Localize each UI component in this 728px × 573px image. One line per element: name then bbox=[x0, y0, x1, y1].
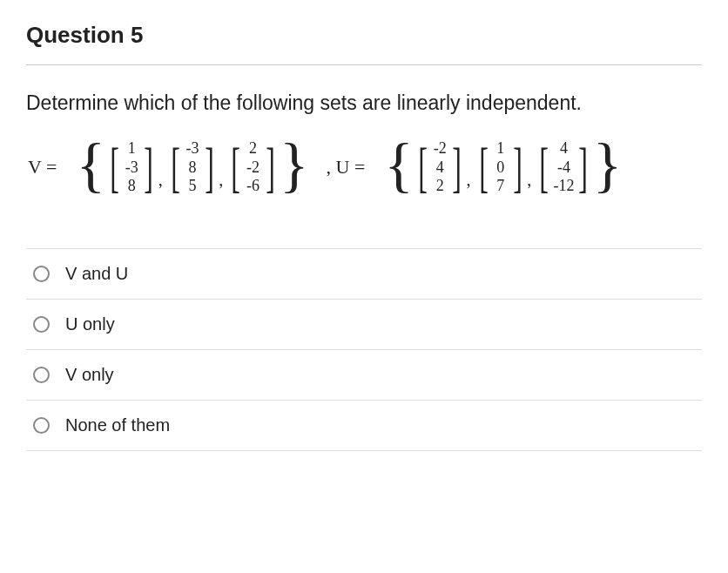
right-bracket-icon: ] bbox=[145, 148, 154, 187]
set-v-label: V = bbox=[28, 156, 57, 179]
separator: , bbox=[467, 170, 471, 190]
set-v: { [ 1 -3 8 ] , [ -3 8 5 ] , bbox=[64, 139, 320, 196]
left-brace-icon: { bbox=[384, 147, 414, 184]
matrix-cell: 1 bbox=[124, 139, 139, 158]
set-u-vectors: [ -2 4 2 ] , [ 1 0 7 ] , [ bbox=[414, 139, 593, 196]
option-label: V only bbox=[65, 365, 114, 385]
vector-column: 4 -4 -12 bbox=[553, 139, 574, 196]
right-bracket-icon: ] bbox=[205, 148, 214, 187]
question-prompt: Determine which of the following sets ar… bbox=[26, 91, 702, 115]
matrix-cell: 4 bbox=[432, 158, 448, 178]
radio-icon bbox=[33, 417, 50, 434]
set-u: { [ -2 4 2 ] , [ 1 0 7 ] , bbox=[372, 139, 634, 196]
left-bracket-icon: [ bbox=[171, 148, 180, 187]
option-label: None of them bbox=[65, 415, 170, 435]
matrix-cell: -3 bbox=[124, 158, 139, 178]
radio-icon bbox=[33, 316, 50, 333]
separator: , bbox=[158, 170, 163, 190]
left-brace-icon: { bbox=[76, 147, 105, 184]
separator: , bbox=[219, 170, 223, 190]
right-bracket-icon: ] bbox=[579, 148, 589, 187]
vector-column: -3 8 5 bbox=[185, 139, 200, 196]
matrix-cell: 0 bbox=[493, 158, 509, 178]
matrix-cell: -3 bbox=[185, 139, 200, 158]
left-bracket-icon: [ bbox=[232, 148, 241, 187]
matrix-cell: 8 bbox=[124, 177, 139, 196]
vector: [ 1 -3 8 ] bbox=[105, 139, 158, 196]
option-label: V and U bbox=[65, 264, 128, 284]
matrix-cell: 8 bbox=[185, 158, 200, 178]
vector: [ 1 0 7 ] bbox=[475, 139, 528, 196]
set-v-vectors: [ 1 -3 8 ] , [ -3 8 5 ] , [ bbox=[105, 139, 280, 196]
option-none[interactable]: None of them bbox=[26, 401, 702, 451]
question-title: Question 5 bbox=[26, 22, 702, 65]
option-u-only[interactable]: U only bbox=[26, 300, 702, 350]
matrix-cell: 2 bbox=[432, 177, 448, 196]
vector-column: -2 4 2 bbox=[432, 139, 448, 196]
vector-column: 1 -3 8 bbox=[124, 139, 139, 196]
vector: [ 4 -4 -12 ] bbox=[535, 139, 593, 196]
option-v-only[interactable]: V only bbox=[26, 350, 702, 401]
matrix-cell: -12 bbox=[553, 177, 574, 196]
matrix-cell: 1 bbox=[493, 139, 509, 158]
matrix-cell: -4 bbox=[556, 158, 571, 178]
right-bracket-icon: ] bbox=[266, 148, 275, 187]
matrix-cell: 4 bbox=[556, 139, 571, 158]
radio-icon bbox=[33, 367, 50, 383]
right-brace-icon: } bbox=[280, 147, 309, 184]
radio-icon bbox=[33, 266, 50, 282]
math-expression: V = { [ 1 -3 8 ] , [ -3 8 5 ] bbox=[28, 139, 702, 196]
vector: [ -3 8 5 ] bbox=[166, 139, 219, 196]
separator: , bbox=[527, 170, 531, 190]
left-bracket-icon: [ bbox=[539, 148, 549, 187]
vector: [ -2 4 2 ] bbox=[414, 139, 467, 196]
right-bracket-icon: ] bbox=[513, 148, 522, 187]
left-bracket-icon: [ bbox=[418, 148, 428, 187]
matrix-cell: -6 bbox=[246, 177, 261, 196]
matrix-cell: 2 bbox=[246, 139, 261, 158]
matrix-cell: -2 bbox=[246, 158, 261, 178]
matrix-cell: 7 bbox=[493, 177, 509, 196]
option-label: U only bbox=[65, 314, 115, 334]
vector-column: 1 0 7 bbox=[493, 139, 509, 196]
right-brace-icon: } bbox=[593, 147, 623, 184]
answer-options: V and U U only V only None of them bbox=[26, 248, 702, 451]
right-bracket-icon: ] bbox=[453, 148, 462, 187]
set-u-label: , U = bbox=[327, 156, 366, 179]
option-v-and-u[interactable]: V and U bbox=[26, 248, 702, 300]
matrix-cell: -2 bbox=[432, 139, 448, 158]
matrix-cell: 5 bbox=[185, 177, 200, 196]
vector: [ 2 -2 -6 ] bbox=[226, 139, 280, 196]
left-bracket-icon: [ bbox=[110, 148, 119, 187]
vector-column: 2 -2 -6 bbox=[246, 139, 261, 196]
left-bracket-icon: [ bbox=[479, 148, 489, 187]
